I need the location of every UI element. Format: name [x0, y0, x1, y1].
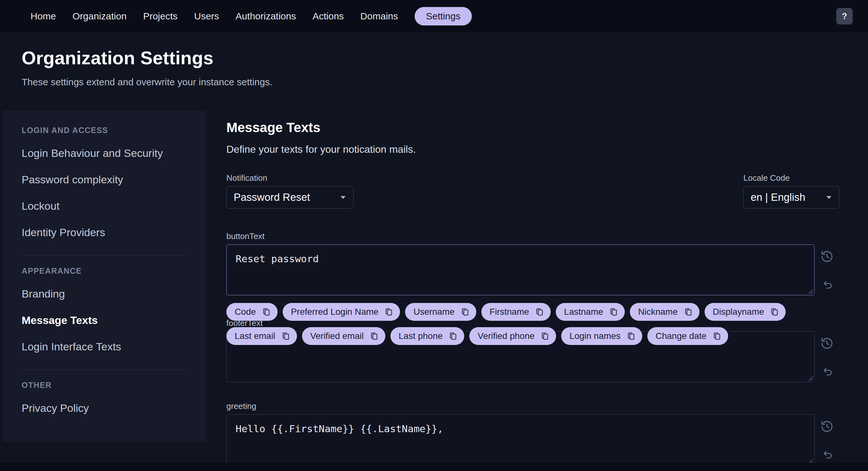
nav-item-organization[interactable]: Organization	[72, 7, 127, 26]
sidebar-divider	[22, 370, 186, 370]
resize-handle[interactable]	[807, 375, 813, 381]
chip-preferred-login-name[interactable]: Preferred Login Name	[283, 303, 400, 321]
undo-button[interactable]	[820, 278, 834, 292]
chip-label: Verified phone	[477, 331, 534, 341]
chip-nickname[interactable]: Nickname	[630, 303, 699, 321]
chip-label: Nickname	[638, 307, 678, 317]
nav-item-projects[interactable]: Projects	[143, 7, 178, 26]
history-icon	[820, 336, 834, 350]
history-icon	[820, 419, 834, 434]
chip-label: Verified email	[310, 331, 364, 341]
nav-item-authorizations[interactable]: Authorizations	[236, 7, 296, 26]
chip-last-email[interactable]: Last email	[226, 327, 297, 345]
locale-select[interactable]: en | English	[743, 186, 839, 208]
resize-handle[interactable]	[807, 288, 813, 294]
bottom-band	[0, 463, 868, 471]
greeting-actions	[814, 414, 839, 467]
chip-code[interactable]: Code	[226, 303, 278, 321]
chevron-down-icon	[825, 195, 833, 200]
chip-login-names[interactable]: Login names	[561, 327, 642, 345]
notification-label: Notification	[226, 173, 353, 183]
nav-item-domains[interactable]: Domains	[360, 7, 398, 26]
greeting-textarea[interactable]: Hello {{.FirstName}} {{.LastName}},	[226, 414, 814, 465]
top-nav: HomeOrganizationProjectsUsersAuthorizati…	[0, 0, 868, 32]
content-row: LOGIN AND ACCESSLogin Behaviour and Secu…	[0, 111, 868, 467]
chip-verified-email[interactable]: Verified email	[302, 327, 385, 345]
clipboard-icon	[626, 331, 636, 341]
notification-control: Notification Password Reset	[226, 173, 353, 208]
chevron-down-icon	[339, 195, 347, 200]
chip-label: Last phone	[399, 331, 443, 341]
sidebar-item-login-interface-texts[interactable]: Login Interface Texts	[22, 333, 188, 360]
field-greeting: greeting Hello {{.FirstName}} {{.LastNam…	[226, 401, 839, 467]
chip-firstname[interactable]: Firstname	[482, 303, 551, 321]
sidebar-item-identity-providers[interactable]: Identity Providers	[22, 219, 188, 246]
page-header: Organization Settings These settings ext…	[0, 32, 868, 88]
sidebar-item-message-texts[interactable]: Message Texts	[22, 307, 188, 333]
nav-item-users[interactable]: Users	[194, 7, 219, 26]
chip-label: Displayname	[713, 307, 764, 317]
clipboard-icon	[262, 307, 271, 317]
clipboard-icon	[384, 307, 394, 317]
chip-label: Username	[413, 307, 454, 317]
clipboard-icon	[609, 307, 618, 317]
chip-displayname[interactable]: Displayname	[705, 303, 786, 321]
chip-username[interactable]: Username	[405, 303, 476, 321]
clipboard-icon	[281, 331, 290, 341]
chip-change-date[interactable]: Change date	[647, 327, 728, 345]
main-panel: Message Texts Define your texts for your…	[206, 111, 868, 467]
locale-label: Locale Code	[743, 173, 839, 183]
history-button[interactable]	[820, 419, 834, 434]
undo-button[interactable]	[820, 365, 834, 378]
placeholder-chips: CodePreferred Login NameUsernameFirstnam…	[226, 303, 814, 345]
clipboard-icon	[369, 331, 379, 341]
main-title: Message Texts	[226, 120, 868, 135]
top-nav-items: HomeOrganizationProjectsUsersAuthorizati…	[31, 7, 472, 26]
history-icon	[820, 249, 834, 264]
notification-select-value: Password Reset	[234, 191, 310, 203]
field-buttontext: buttonText Reset password	[226, 231, 839, 297]
history-button[interactable]	[820, 249, 834, 264]
message-text-fields: buttonText Reset password	[226, 231, 839, 467]
undo-icon	[820, 448, 834, 462]
nav-item-actions[interactable]: Actions	[313, 7, 344, 26]
sidebar-item-lockout[interactable]: Lockout	[22, 193, 188, 219]
chip-label: Preferred Login Name	[291, 307, 378, 317]
clipboard-icon	[535, 307, 544, 317]
clipboard-icon	[684, 307, 693, 317]
sidebar-item-privacy-policy[interactable]: Privacy Policy	[22, 395, 188, 421]
clipboard-icon	[460, 307, 470, 317]
clipboard-icon	[448, 331, 458, 341]
clipboard-icon	[770, 307, 779, 317]
sidebar-item-branding[interactable]: Branding	[22, 281, 188, 307]
main-subtitle: Define your texts for your notication ma…	[226, 144, 868, 155]
chip-label: Last email	[235, 331, 275, 341]
sidebar-section-title-appearance: APPEARANCE	[22, 266, 188, 275]
locale-control: Locale Code en | English	[743, 173, 839, 208]
help-button[interactable]: ?	[836, 8, 853, 25]
undo-button[interactable]	[820, 448, 834, 462]
history-button[interactable]	[820, 336, 834, 350]
buttontext-textarea[interactable]: Reset password	[226, 244, 814, 295]
sidebar-item-password-complexity[interactable]: Password complexity	[22, 167, 188, 193]
undo-icon	[820, 365, 834, 378]
page-title: Organization Settings	[22, 47, 846, 68]
clipboard-icon	[712, 331, 722, 341]
sidebar-sections: LOGIN AND ACCESSLogin Behaviour and Secu…	[22, 126, 188, 421]
locale-select-value: en | English	[751, 191, 805, 203]
nav-item-home[interactable]: Home	[31, 7, 56, 26]
app-window: HomeOrganizationProjectsUsersAuthorizati…	[0, 0, 868, 471]
chip-verified-phone[interactable]: Verified phone	[469, 327, 556, 345]
help-icon: ?	[842, 11, 847, 21]
chip-label: Firstname	[490, 307, 529, 317]
chip-last-phone[interactable]: Last phone	[391, 327, 465, 345]
chip-lastname[interactable]: Lastname	[556, 303, 625, 321]
footertext-actions	[814, 331, 839, 383]
sidebar-item-login-behaviour-and-security[interactable]: Login Behaviour and Security	[22, 140, 188, 167]
chip-label: Code	[235, 307, 256, 317]
nav-item-settings[interactable]: Settings	[414, 7, 472, 26]
buttontext-label: buttonText	[226, 231, 839, 241]
notification-select[interactable]: Password Reset	[226, 186, 353, 208]
controls-row: Notification Password Reset Locale Code …	[226, 173, 839, 208]
buttontext-actions	[814, 244, 839, 297]
